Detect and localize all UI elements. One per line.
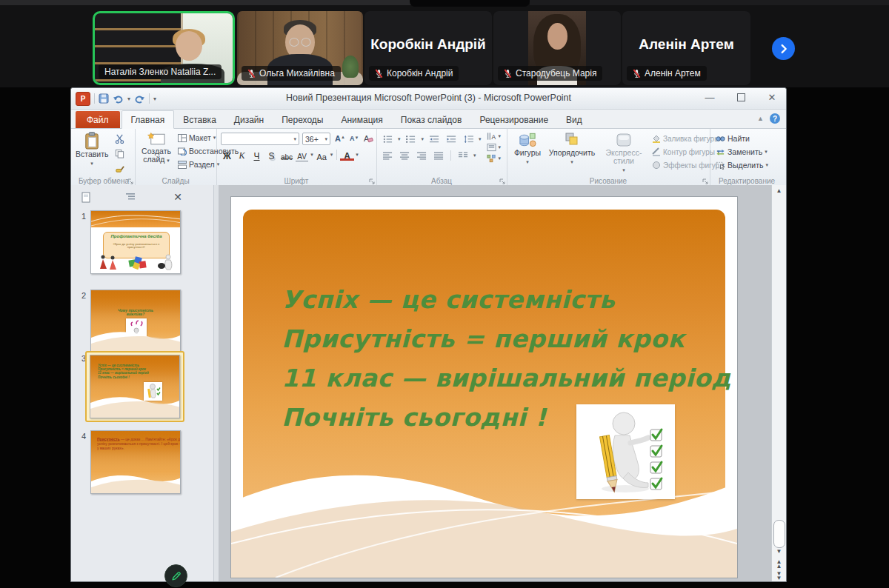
video-tile-olga[interactable]: Ольга Михайлівна [237,11,363,85]
shapes-button[interactable]: Фигуры▾ [510,131,545,166]
italic-button[interactable]: К [236,149,248,161]
group-label-font: Шрифт [284,177,309,185]
undo-dropdown-caret[interactable]: ▾ [127,96,130,102]
align-left-button[interactable] [381,150,394,161]
slide2-wave [91,290,181,353]
align-text-button[interactable]: ▾ [487,143,501,152]
tab-transitions[interactable]: Переходы [273,111,332,128]
close-panel-icon[interactable]: ✕ [170,190,185,204]
slide-clipart-checklist-figure[interactable] [576,404,675,499]
shrink-font-button[interactable]: A▼ [350,135,359,142]
bold-button[interactable]: Ж [221,149,233,161]
powerpoint-app-icon[interactable]: P [76,92,90,106]
previous-slide-button[interactable]: ▲▲ [772,560,786,568]
chevron-right-icon [777,42,790,56]
align-center-button[interactable] [398,150,411,161]
arrange-button[interactable]: Упорядочить▾ [548,131,596,166]
participant-name-tag: Аленін Артем [627,66,707,81]
slide-number: 1 [74,212,86,221]
cut-button[interactable] [113,133,126,144]
undo-button[interactable] [113,94,124,104]
bullets-button[interactable] [381,133,394,145]
font-dialog-launcher[interactable] [369,178,375,184]
help-icon[interactable]: ? [770,113,780,124]
replace-button[interactable]: Заменить▾ [716,145,768,158]
slide-text-line: 11 клас — вирішальний період [282,358,731,398]
numbering-button[interactable] [404,133,418,145]
line-spacing-button[interactable] [462,133,475,145]
window-drag-notch [410,0,530,7]
slide-thumbnail-4[interactable]: Присутність — це доказ ... Пам'ятайте: «… [90,430,181,494]
character-spacing-button[interactable]: AV [296,148,308,161]
participant-name: Коробкін Андрій [387,68,453,78]
video-tile-korobkin[interactable]: Коробкін Андрій Коробкін Андрій [364,11,492,85]
text-direction-button[interactable]: А▾ [487,132,501,141]
group-label-drawing: Рисование [590,177,627,185]
save-button[interactable] [99,93,109,104]
drawing-dialog-launcher[interactable] [702,178,708,184]
scroll-up-arrow[interactable]: ▲ [772,187,786,194]
muted-mic-icon [633,69,641,78]
tab-view[interactable]: Вид [557,111,591,128]
workspace: ✕ 1 Профілактична бесіда «Крок до успіху… [71,185,786,581]
customize-qat-button[interactable]: ▾ [153,96,156,102]
clipboard-dialog-launcher[interactable] [127,178,133,184]
tab-review[interactable]: Рецензирование [470,111,557,128]
divider [94,93,95,104]
redo-button[interactable] [134,94,145,104]
group-label-slides: Слайды [162,177,189,185]
text-shadow-button[interactable]: S [265,149,278,161]
strikethrough-button[interactable]: abc [280,149,293,161]
group-slides: Создать слайд ▾ Макет▾ Восстановить Разд… [135,129,217,186]
slide-thumbnail-3[interactable]: Успіх — це системність Присутність = пер… [90,355,180,418]
quick-styles-button[interactable]: Экспресс-стили▾ [599,131,649,174]
tab-insert[interactable]: Вставка [174,111,225,128]
slides-tab-icon[interactable] [79,190,93,204]
next-participants-button[interactable] [772,37,795,60]
select-button[interactable]: Выделить▾ [716,158,768,172]
columns-button[interactable] [456,150,470,161]
paste-button[interactable]: Вставить▾ [76,131,108,167]
find-button[interactable]: Найти [716,132,768,145]
grow-font-button[interactable]: A▲ [335,134,345,143]
minimize-button[interactable]: — [700,90,719,104]
slide-canvas[interactable]: Успіх — це системність Присутність = пер… [230,196,738,578]
close-button[interactable]: ✕ [762,90,782,104]
outline-tab-icon[interactable] [123,190,138,204]
change-case-button[interactable]: Aa [316,149,328,161]
tab-slideshow[interactable]: Показ слайдов [392,111,471,128]
vertical-scrollbar[interactable]: ▲ ▼ ▲▲ ▼▼ [771,185,786,581]
tab-design[interactable]: Дизайн [225,111,273,128]
paragraph-dialog-launcher[interactable] [499,178,505,184]
clear-formatting-button[interactable]: A [363,133,373,144]
justify-button[interactable] [432,150,445,161]
group-font: ▾ 36+▾ A▲ A▼ A Ж К Ч S abc AV▾ Aa▾ A▾ Шр… [216,129,377,186]
collapse-ribbon-button[interactable]: ▲ [757,115,764,122]
align-right-button[interactable] [415,150,428,161]
tab-home[interactable]: Главная [121,110,175,129]
video-tile-natalia[interactable]: Наталія Зленко Nataliia Z... [93,11,235,85]
slide-thumbnail-1[interactable]: Профілактична бесіда «Крок до успіху роз… [90,210,181,274]
underline-button[interactable]: Ч [250,149,263,161]
font-size-combo[interactable]: 36+▾ [302,133,330,145]
format-painter-button[interactable] [113,162,126,174]
next-slide-button[interactable]: ▼▼ [772,572,786,580]
convert-smartart-button[interactable]: ▾ [487,154,501,163]
maximize-button[interactable] [731,90,750,104]
tab-file[interactable]: Файл [76,111,120,128]
quick-access-toolbar: P ▾ ▾ [76,90,156,107]
scroll-down-arrow[interactable]: ▼ [772,548,786,555]
window-controls: — ✕ [700,90,782,104]
font-family-combo[interactable]: ▾ [221,133,299,145]
annotation-pencil-button[interactable] [164,564,187,587]
video-tile-alenin[interactable]: Аленін Артем Аленін Артем [622,11,750,85]
new-slide-button[interactable]: Создать слайд ▾ [138,131,175,164]
tab-animations[interactable]: Анимация [332,111,391,128]
scrollbar-thumb[interactable] [773,520,785,548]
copy-button[interactable] [113,147,126,159]
slide-thumbnail-2[interactable]: Чому присутність важлива? [90,290,181,353]
video-tile-starodubets[interactable]: Стародубець Марія [493,11,621,85]
font-color-button[interactable]: A [341,149,353,161]
increase-indent-button[interactable] [444,133,458,145]
decrease-indent-button[interactable] [427,133,441,145]
